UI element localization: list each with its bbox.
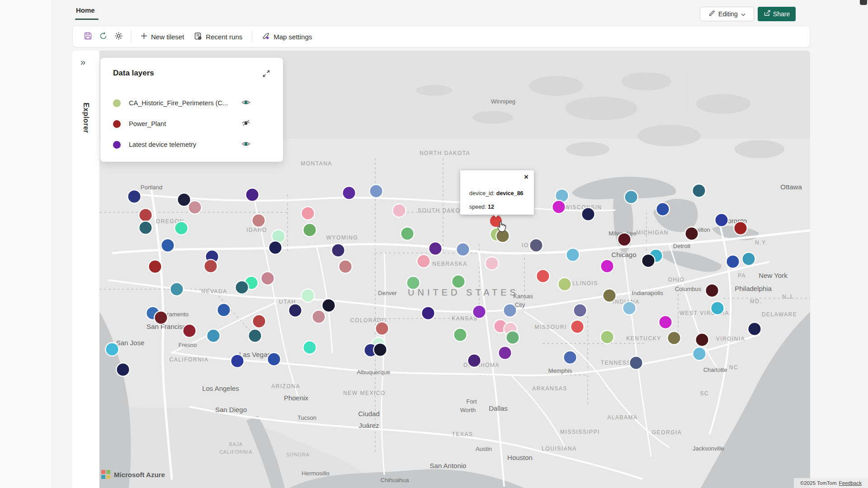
map-marker[interactable] xyxy=(304,224,316,236)
feedback-link[interactable]: Feedback xyxy=(839,480,862,486)
map-marker[interactable] xyxy=(582,208,594,221)
layer-visible-eye-icon[interactable] xyxy=(241,99,250,108)
map-marker[interactable] xyxy=(401,228,414,240)
map-marker[interactable] xyxy=(537,270,549,282)
map-marker[interactable] xyxy=(453,276,465,288)
map-marker[interactable] xyxy=(178,194,190,206)
map-marker[interactable] xyxy=(507,332,519,344)
map-marker[interactable] xyxy=(268,353,280,366)
map-marker[interactable] xyxy=(564,352,576,364)
map-marker[interactable] xyxy=(205,260,217,272)
map-marker[interactable] xyxy=(332,244,344,257)
explorer-panel-collapsed[interactable]: » Explorer xyxy=(72,51,99,488)
map-marker[interactable] xyxy=(601,260,613,272)
map-marker[interactable] xyxy=(749,323,761,335)
layer-visible-eye-icon[interactable] xyxy=(241,141,250,149)
expand-explorer-icon[interactable]: » xyxy=(80,57,85,67)
collapse-panel-icon[interactable] xyxy=(262,70,270,78)
save-button[interactable] xyxy=(80,29,95,44)
map-marker[interactable] xyxy=(553,201,565,213)
map-marker[interactable] xyxy=(735,222,747,235)
map-marker[interactable] xyxy=(429,243,442,255)
map-marker[interactable] xyxy=(504,305,516,317)
layer-row-power-plant[interactable]: Power_Plant xyxy=(113,116,270,131)
map-marker[interactable] xyxy=(370,185,382,197)
recent-runs-button[interactable]: Recent runs xyxy=(189,29,247,44)
map-marker[interactable] xyxy=(253,315,265,328)
map-marker[interactable] xyxy=(162,239,174,252)
map-marker[interactable] xyxy=(128,191,141,203)
map-marker[interactable] xyxy=(468,355,481,367)
map-marker[interactable] xyxy=(304,342,316,354)
map-marker[interactable] xyxy=(140,209,152,221)
map-marker[interactable] xyxy=(473,306,486,318)
map-marker[interactable] xyxy=(269,242,282,254)
map-marker[interactable] xyxy=(574,305,586,317)
map-marker[interactable] xyxy=(660,316,672,328)
map-marker[interactable] xyxy=(556,190,568,202)
layer-hidden-eye-off-icon[interactable] xyxy=(241,119,250,128)
map-marker[interactable] xyxy=(343,187,355,199)
map-marker[interactable] xyxy=(567,249,579,261)
editing-mode-button[interactable]: Editing xyxy=(700,7,754,21)
map-marker[interactable] xyxy=(189,202,201,214)
map-marker[interactable] xyxy=(418,255,430,267)
map-marker[interactable] xyxy=(175,222,188,235)
map-marker[interactable] xyxy=(716,214,728,226)
map-marker[interactable] xyxy=(486,258,498,270)
map-marker[interactable] xyxy=(499,347,511,359)
map-marker[interactable] xyxy=(236,282,248,294)
map-marker[interactable] xyxy=(302,290,314,302)
map-marker[interactable] xyxy=(376,323,388,335)
map-marker[interactable] xyxy=(559,278,571,291)
map-marker[interactable] xyxy=(457,244,469,256)
map-marker[interactable] xyxy=(657,203,669,216)
map-marker[interactable] xyxy=(623,302,636,314)
map-marker[interactable] xyxy=(208,330,220,342)
layer-row-ca-historic-fire-perimeters-c[interactable]: CA_Historic_Fire_Perimeters (C... xyxy=(113,95,270,111)
map-marker[interactable] xyxy=(249,330,261,342)
map-marker[interactable] xyxy=(454,329,467,341)
map-marker[interactable] xyxy=(693,185,705,197)
map-marker[interactable] xyxy=(289,305,302,317)
map-marker[interactable] xyxy=(497,230,509,242)
map-marker[interactable] xyxy=(117,364,129,376)
map-marker[interactable] xyxy=(246,189,259,201)
map-marker[interactable] xyxy=(253,215,265,227)
map-marker[interactable] xyxy=(601,331,613,343)
map-marker[interactable] xyxy=(630,357,642,369)
map-marker[interactable] xyxy=(604,290,616,302)
map-marker[interactable] xyxy=(706,285,718,297)
map-marker[interactable] xyxy=(340,261,352,273)
map-marker[interactable] xyxy=(171,283,183,296)
map-marker[interactable] xyxy=(571,321,584,333)
map-marker[interactable] xyxy=(696,334,708,346)
map-marker[interactable] xyxy=(743,253,755,265)
map-marker[interactable] xyxy=(155,312,167,324)
settings-button[interactable] xyxy=(111,29,126,44)
map-marker[interactable] xyxy=(422,307,434,319)
map-marker[interactable] xyxy=(530,239,542,252)
map-marker[interactable] xyxy=(262,272,274,285)
share-button[interactable]: Share xyxy=(758,7,796,21)
map-marker[interactable] xyxy=(712,302,724,314)
map-marker[interactable] xyxy=(323,300,335,312)
refresh-button[interactable] xyxy=(95,29,111,44)
tab-home[interactable]: Home xyxy=(76,6,95,14)
map-marker[interactable] xyxy=(668,332,680,344)
map-marker[interactable] xyxy=(140,222,152,234)
popup-close-button[interactable]: × xyxy=(524,173,528,181)
map-marker[interactable] xyxy=(693,348,706,360)
map-marker[interactable] xyxy=(625,191,637,203)
map-marker[interactable] xyxy=(149,261,161,273)
map-marker[interactable] xyxy=(231,355,244,367)
map-marker[interactable] xyxy=(686,228,698,240)
map-marker[interactable] xyxy=(184,325,196,337)
map-settings-button[interactable]: Map settings xyxy=(257,29,317,44)
layer-row-latest-device-telemetry[interactable]: Latest device telemetry xyxy=(113,137,270,152)
map-marker[interactable] xyxy=(393,205,406,217)
map-marker[interactable] xyxy=(106,343,118,356)
map-marker[interactable] xyxy=(727,256,739,268)
map-marker[interactable] xyxy=(407,277,420,289)
map-marker[interactable] xyxy=(642,255,655,267)
